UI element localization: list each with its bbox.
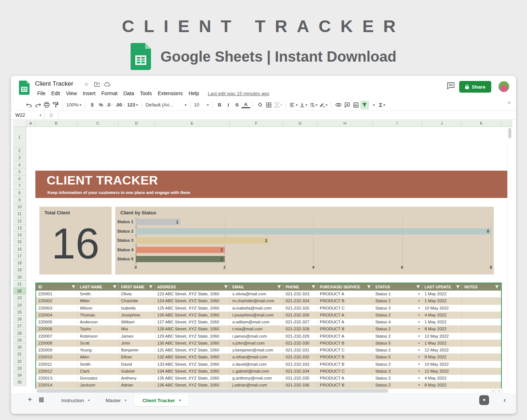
strikethrough-icon[interactable]: S (233, 101, 241, 109)
more-formats-select[interactable]: 123▾ (126, 101, 139, 109)
filter-funnel-icon[interactable] (71, 285, 75, 289)
cell[interactable]: PRODUCT B (318, 382, 373, 389)
format-percent-icon[interactable]: % (97, 101, 105, 109)
explore-icon[interactable]: ✦ (479, 395, 489, 405)
sheet-tab-master[interactable]: Master▾ (98, 394, 135, 406)
cell[interactable]: PRODUCT B (318, 326, 373, 332)
filter-funnel-icon[interactable] (277, 285, 281, 289)
cell[interactable]: 12 May 2022 (422, 347, 462, 354)
row-header-27[interactable]: 27 (13, 323, 26, 330)
create-filter-icon[interactable] (360, 101, 369, 109)
cell[interactable]: Status 2▾ (373, 382, 422, 389)
cell[interactable]: 220008 (36, 340, 78, 347)
cell[interactable]: s.olivia@mail.com (230, 291, 283, 298)
cell[interactable]: 4 May 2022 (422, 375, 462, 382)
column-header-B[interactable]: B (35, 120, 77, 127)
cell[interactable]: Smith (78, 291, 119, 298)
cell[interactable]: Clark (78, 368, 119, 375)
cell[interactable] (462, 333, 501, 340)
row-header-22[interactable]: 22 (13, 288, 26, 295)
row-header-6[interactable]: 6 (13, 175, 26, 182)
text-color-icon[interactable]: A (241, 102, 250, 108)
fill-color-icon[interactable] (256, 101, 264, 109)
row-header-34[interactable]: 34 (13, 372, 26, 379)
row-header-7[interactable]: 7 (13, 182, 26, 189)
row-header-28[interactable]: 28 (13, 330, 26, 337)
cell[interactable]: 021-232-335 (283, 375, 318, 382)
tab-menu-caret[interactable]: ▾ (88, 398, 90, 402)
insert-comment-icon[interactable] (343, 101, 352, 109)
table-header-notes[interactable]: NOTES (462, 283, 501, 291)
cell[interactable]: 124 ABC Street, XYZ State, 1060 (155, 298, 230, 304)
functions-icon[interactable]: Σ▾ (378, 101, 387, 109)
row-header-12[interactable]: 12 (13, 218, 26, 225)
cell[interactable]: a.ethan@mail.com (230, 354, 283, 361)
cell[interactable]: 021-232-333 (283, 361, 318, 368)
name-box[interactable]: W22▾ (11, 111, 44, 119)
borders-icon[interactable] (264, 101, 273, 109)
paint-format-icon[interactable] (51, 101, 60, 109)
last-edit-link[interactable]: Last edit was 15 minutes ago (208, 91, 269, 96)
table-header-address[interactable]: ADDRESS (155, 283, 230, 291)
cell[interactable]: 134 ABC Street, XYZ State, 1060 (155, 368, 230, 375)
cell[interactable]: 1 May 2022 (422, 319, 462, 326)
text-wrap-icon[interactable]: ▾ (309, 101, 319, 109)
cell[interactable]: s.david@mail.com (230, 361, 283, 368)
cell[interactable] (462, 326, 501, 332)
cell[interactable]: Status 2▾ (373, 375, 422, 382)
cell[interactable]: 021-232-324 (283, 298, 318, 304)
row-header-35[interactable]: 35 (13, 379, 26, 386)
show-side-panel-icon[interactable]: ‹ (504, 396, 506, 404)
table-header-first-name[interactable]: FIRST NAME (119, 283, 155, 291)
table-header-last-update[interactable]: LAST UPDATE (422, 283, 462, 291)
cell[interactable]: Charlotte (119, 298, 155, 304)
cell[interactable]: r.james@mail.com (230, 333, 283, 340)
vertical-scrollbar-track[interactable] (507, 127, 512, 389)
cell[interactable]: Miller (78, 298, 119, 304)
row-header-24[interactable]: 24 (13, 302, 26, 309)
column-header-E[interactable]: E (155, 120, 230, 127)
cell[interactable]: 220006 (36, 326, 78, 332)
scroll-left-arrow[interactable]: ◂ (490, 388, 496, 393)
cell[interactable]: James (119, 333, 155, 340)
decrease-decimal-icon[interactable]: .0← (105, 101, 115, 109)
horizontal-scrollbar-thumb[interactable] (36, 389, 388, 393)
cell[interactable]: PRODUCT B (318, 361, 373, 368)
filter-funnel-icon[interactable] (495, 285, 499, 289)
cell[interactable]: 220011 (36, 361, 78, 368)
cell[interactable]: 220009 (36, 347, 78, 354)
row-header-11[interactable]: 11 (13, 210, 26, 217)
filter-funnel-icon[interactable] (367, 285, 371, 289)
cell[interactable]: 021-232-326 (283, 312, 318, 319)
cell[interactable]: t.josephine@mail.com (230, 312, 283, 319)
sheet-tab-client-tracker[interactable]: Client Tracker▾ (135, 394, 189, 406)
filter-funnel-icon[interactable] (456, 285, 460, 289)
row-header-1[interactable]: 1 (13, 127, 26, 147)
sheets-logo-icon[interactable] (19, 81, 30, 95)
sheet-tab-instruction[interactable]: Instruction▾ (53, 394, 98, 406)
cell[interactable]: 220010 (36, 354, 78, 361)
cell[interactable]: 021-232-327 (283, 319, 318, 326)
insert-link-icon[interactable] (334, 101, 343, 109)
cell[interactable]: PRODUCT B (318, 354, 373, 361)
table-header-id[interactable]: ID (36, 283, 78, 291)
cell[interactable]: 021-232-330 (283, 340, 318, 347)
cell[interactable]: Young (78, 347, 119, 354)
status-dropdown-icon[interactable]: ▾ (418, 347, 420, 354)
account-avatar[interactable] (498, 81, 509, 92)
status-dropdown-icon[interactable]: ▾ (418, 291, 420, 298)
row-header-26[interactable]: 26 (13, 316, 26, 323)
table-header-phone[interactable]: PHONE (283, 283, 318, 291)
cell[interactable]: a.william@mail.com (230, 319, 283, 326)
tab-menu-caret[interactable]: ▾ (179, 398, 181, 402)
cell[interactable]: PRODUCT A (318, 291, 373, 298)
cell[interactable]: 220014 (36, 382, 78, 389)
cell[interactable]: Benjamin (119, 347, 155, 354)
insert-chart-icon[interactable] (352, 101, 360, 109)
column-header-I[interactable]: I (373, 120, 422, 127)
row-header-29[interactable]: 29 (13, 337, 26, 344)
all-sheets-icon[interactable] (39, 397, 44, 402)
menu-tools[interactable]: Tools (137, 90, 155, 97)
undo-icon[interactable] (25, 101, 34, 109)
cell[interactable]: Robinson (78, 333, 119, 340)
